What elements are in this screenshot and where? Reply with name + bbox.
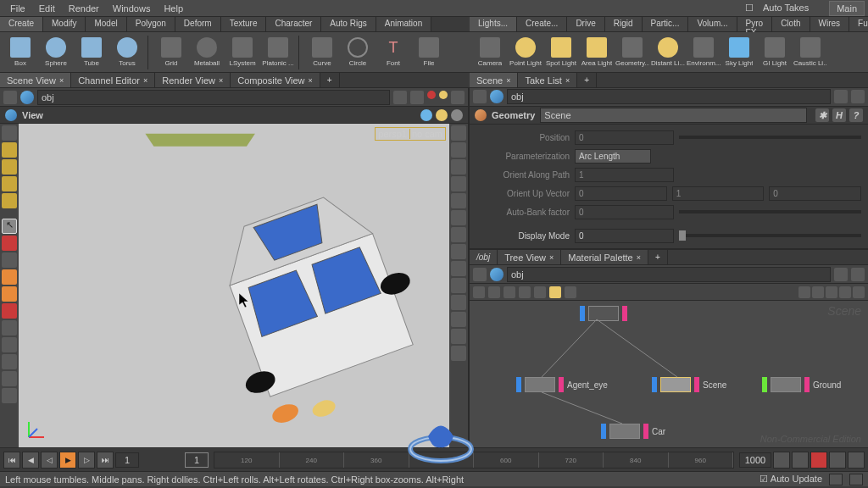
close-icon[interactable]: ×: [59, 76, 64, 85]
shelf-box[interactable]: Box: [3, 35, 37, 70]
expand-icon[interactable]: [851, 90, 865, 103]
close-icon[interactable]: ×: [219, 76, 223, 85]
shelf-tab-autorigs[interactable]: Auto Rigs: [321, 17, 376, 31]
shelf-skylight[interactable]: Sky Light: [722, 35, 756, 70]
shelf-tab-create[interactable]: Create: [0, 17, 43, 31]
shelf-tab-polygon[interactable]: Polygon: [127, 17, 175, 31]
shelf-pointlight[interactable]: Point Light: [509, 35, 542, 70]
shelf-lsystem[interactable]: LSystem: [225, 35, 259, 70]
shelf-tab-drive[interactable]: Drive ...: [567, 17, 604, 31]
close-icon[interactable]: ×: [506, 76, 510, 85]
node-scene[interactable]: Scene: [652, 377, 726, 392]
node-top[interactable]: [580, 306, 627, 321]
net-tab-material[interactable]: Material Palette×: [561, 250, 648, 264]
help-icon[interactable]: [436, 109, 448, 121]
network-view[interactable]: Scene Non-Commercial Edition Agent_eye S…: [470, 301, 868, 447]
expand-icon[interactable]: [851, 268, 865, 281]
rtool-12[interactable]: [451, 312, 466, 327]
shelf-tab-volum[interactable]: Volum...: [688, 17, 737, 31]
param-upvec-x[interactable]: 0: [575, 186, 667, 201]
shelf-grid[interactable]: Grid: [154, 35, 188, 70]
param-position[interactable]: 0: [575, 130, 674, 145]
pin-icon[interactable]: [393, 91, 407, 104]
tool-misc1[interactable]: [2, 320, 17, 336]
node-car[interactable]: Car: [601, 424, 665, 439]
rtool-6[interactable]: [451, 210, 466, 225]
tool-misc2[interactable]: [2, 337, 17, 352]
rtool-3[interactable]: [451, 159, 466, 175]
nt-r3[interactable]: [826, 286, 837, 298]
path-input-right[interactable]: [507, 89, 831, 104]
nt-r5[interactable]: [853, 286, 865, 298]
yellow-dot-icon[interactable]: [439, 91, 448, 99]
shelf-tab-wires[interactable]: Wires: [810, 17, 850, 31]
back-icon[interactable]: [3, 91, 17, 104]
tool-arrow[interactable]: ↖: [2, 219, 17, 234]
node-icon[interactable]: [490, 90, 504, 103]
play-last[interactable]: ⏭: [97, 452, 114, 469]
shelf-sphere[interactable]: Sphere: [39, 35, 73, 70]
shelf-tab-fur[interactable]: Fur: [849, 17, 868, 31]
param-upvec-y[interactable]: 1: [672, 186, 765, 201]
nt-r1[interactable]: [798, 286, 810, 298]
shelf-tab-pyrofx[interactable]: Pyro FX: [737, 17, 773, 31]
camera-label[interactable]: persp1no cam: [375, 127, 446, 141]
range-start[interactable]: [185, 452, 209, 468]
nt-ic4[interactable]: [519, 286, 531, 298]
shelf-tab-create2[interactable]: Create...: [517, 17, 567, 31]
net-tab-add[interactable]: +: [648, 250, 668, 264]
node-icon[interactable]: [20, 91, 34, 104]
range-end[interactable]: [739, 452, 771, 468]
rtool-1[interactable]: [451, 125, 466, 141]
tool-gray[interactable]: [2, 252, 17, 268]
pane-tab-renderview[interactable]: Render View×: [155, 73, 231, 87]
status-ic1[interactable]: [829, 474, 843, 485]
options-icon[interactable]: [451, 109, 463, 121]
expand-icon[interactable]: [451, 91, 465, 104]
play-play[interactable]: ▶: [59, 452, 76, 469]
net-path-input[interactable]: [507, 267, 831, 282]
shelf-font[interactable]: TFont: [376, 35, 410, 70]
shelf-tab-cloth[interactable]: Cloth: [772, 17, 810, 31]
gear-icon[interactable]: ✱: [815, 108, 829, 122]
auto-takes-checkbox[interactable]: ☐ Auto Takes: [738, 3, 822, 14]
tool-handle4[interactable]: [2, 193, 17, 208]
shelf-caustic[interactable]: Caustic Li...: [793, 35, 827, 70]
shelf-geomlight[interactable]: Geometry...: [615, 35, 649, 70]
rtool-11[interactable]: [451, 295, 466, 310]
back-icon[interactable]: [473, 90, 487, 103]
close-icon[interactable]: ×: [565, 76, 570, 85]
tool-handle2[interactable]: [2, 159, 17, 175]
help-icon[interactable]: ?: [849, 108, 863, 122]
net-path-label[interactable]: /obj: [470, 250, 498, 264]
menu-windows[interactable]: Windows: [106, 3, 158, 14]
shelf-gilight[interactable]: GI Light: [758, 35, 792, 70]
link-icon[interactable]: [410, 91, 424, 104]
param-name-input[interactable]: [540, 108, 807, 123]
nt-r2[interactable]: [812, 286, 824, 298]
shelf-file[interactable]: File: [412, 35, 446, 70]
rtool-13[interactable]: [451, 329, 466, 344]
shelf-env[interactable]: Environm...: [687, 35, 721, 70]
pane-tab-channel[interactable]: Channel Editor×: [71, 73, 155, 87]
viewport[interactable]: persp1no cam: [19, 124, 449, 447]
close-icon[interactable]: ×: [637, 253, 641, 262]
shelf-tab-lights[interactable]: Lights...: [470, 17, 517, 31]
shelf-curve[interactable]: Curve: [305, 35, 339, 70]
menu-file[interactable]: File: [3, 3, 32, 14]
menu-render[interactable]: Render: [62, 3, 106, 14]
nt-ic3[interactable]: [504, 286, 515, 298]
pane-tab-composite[interactable]: Composite View×: [231, 73, 320, 87]
nt-ic6[interactable]: [549, 286, 561, 298]
shelf-tab-model[interactable]: Model: [86, 17, 126, 31]
pane-tab-takelist[interactable]: Take List×: [518, 73, 577, 87]
tl-key[interactable]: [810, 452, 827, 469]
node-ground[interactable]: Ground: [762, 377, 841, 392]
net-tab-tree[interactable]: Tree View×: [498, 250, 561, 264]
rtool-14[interactable]: [451, 346, 466, 361]
shelf-tab-deform[interactable]: Deform: [175, 17, 221, 31]
nt-r4[interactable]: [839, 286, 851, 298]
node-agent-eye[interactable]: Agent_eye: [516, 377, 608, 392]
tool-orange2[interactable]: [2, 286, 17, 302]
tool-red2[interactable]: [2, 303, 17, 319]
